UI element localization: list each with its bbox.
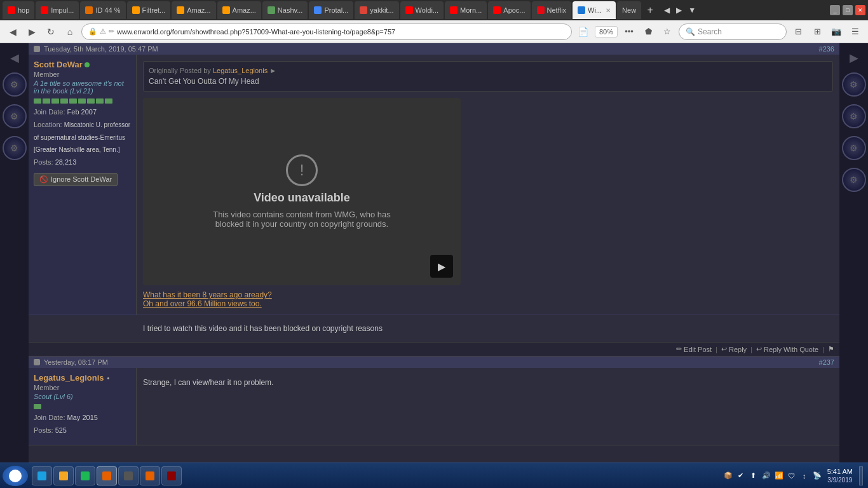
address-bar[interactable]: 🔒 ⚠ ✏ www.enworld.org/forum/showthread.p… [81,24,572,40]
ignore-user-button[interactable]: 🚫 Ignore Scott DeWar [34,173,118,186]
tab-14-active[interactable]: Wi...✕ [573,1,616,19]
bookmark-star[interactable]: ☆ [660,24,675,39]
right-arrow[interactable]: ▶ [847,48,861,67]
post-236-footer: ✏ Edit Post | ↩ Reply | ↩ Reply With Quo… [29,342,839,356]
taskbar-calc[interactable] [118,466,139,485]
taskbar-firefox[interactable] [97,466,117,485]
post-237-id: #237 [819,358,834,366]
pocket-button[interactable]: ⬟ [641,24,656,39]
tab-1[interactable]: hop [3,1,34,19]
reply-with-quote-button[interactable]: ↩ Reply With Quote [756,345,818,353]
tab-new[interactable]: New [617,1,641,19]
url-text: www.enworld.org/forum/showthread.php?517… [117,28,565,36]
post-236-date: Tuesday, 5th March, 2019, 05:47 PM [44,45,158,53]
close-button[interactable]: ✕ [855,5,865,15]
post-236-comment-area: I tried to watch this video and it has b… [29,315,839,342]
time-display: 5:41 AM [827,467,853,476]
user-title-236: A 1e title so awesome it's not in the bo… [34,79,131,95]
security-tray-icon[interactable]: ✔ [736,471,746,481]
tab-scroll-down[interactable]: ▼ [686,4,698,16]
clock[interactable]: 5:41 AM 3/9/2019 [825,467,855,484]
taskbar-explorer[interactable] [53,466,74,485]
tab-3[interactable]: ID 44 % [80,1,125,19]
taskbar-firefox2[interactable] [140,466,160,485]
tab-7[interactable]: Nashv... [262,1,308,19]
post-link-1[interactable]: What has it been 8 years ago aready? [143,290,272,299]
taskbar-poe[interactable] [161,466,182,485]
back-button[interactable]: ◀ [5,24,20,39]
page-content: ◀ ⚙ ⚙ ⚙ Tuesday, 5th March, 2019, 05:47 … [0,43,868,463]
firefox-favicon [102,471,111,480]
quote-header-236: Originally Posted by Legatus_Legionis ► [149,67,827,74]
tab-12[interactable]: Apoc... [488,1,530,19]
tab-4[interactable]: Filtret... [127,1,171,19]
user-rank-237: Member [34,384,131,391]
left-medallion-3: ⚙ [3,136,27,160]
antivirus-icon[interactable]: 🛡 [787,471,797,481]
tab-8[interactable]: Protal... [309,1,353,19]
search-icon: 🔍 [686,27,695,36]
home-button[interactable]: ⌂ [62,24,78,39]
dropbox-icon[interactable]: 📦 [723,471,733,481]
taskbar: 📦 ✔ ⬆ 🔊 📶 🛡 ↕ 📡 5:41 AM 3/9/2019 [0,463,868,488]
post-link-2[interactable]: Oh and over 96.6 Million views too. [143,299,262,308]
left-arrow[interactable]: ◀ [8,48,22,67]
explorer-favicon [59,471,68,480]
tab-9[interactable]: yakkit... [355,1,398,19]
screenshot-button[interactable]: 📷 [829,24,844,39]
tab-5[interactable]: Amaz... [172,1,215,19]
edit-post-button[interactable]: ✏ Edit Post [676,345,712,353]
video-play-button[interactable]: ▶ [430,255,453,278]
report-button[interactable]: ⚑ [828,345,834,353]
left-medallion-2: ⚙ [3,104,27,128]
post-236-content: Originally Posted by Legatus_Legionis ► … [137,55,839,315]
update-icon[interactable]: ⬆ [749,471,759,481]
user-info-237: Legatus_Legionis • Member Scout (Lvl 6) … [29,368,137,445]
post-237: Yesterday, 08:17 PM #237 Legatus_Legioni… [29,356,839,445]
username-237: Legatus_Legionis • [34,373,131,383]
tab-10[interactable]: Woldi... [400,1,444,19]
post-237-header-left: Yesterday, 08:17 PM [34,358,108,366]
tab-2[interactable]: Impul... [36,1,79,19]
user-rank-236: Member [34,71,131,78]
reader-mode-button[interactable]: 📄 [576,24,591,39]
taskbar-music[interactable] [75,466,95,485]
start-button[interactable] [3,466,28,486]
tab-13[interactable]: Netflix [532,1,572,19]
tab-6[interactable]: Amaz... [217,1,261,19]
post-237-content: Strange, I can view/hear it no problem. [137,368,839,445]
signal-icon[interactable]: 📡 [812,471,822,481]
reply-quote-icon: ↩ [756,345,762,353]
user-info-236: Scott DeWar Member A 1e title so awesome… [29,55,137,315]
right-medallion-1: ⚙ [842,72,866,97]
sidebar-toggle[interactable]: ⊞ [810,24,825,39]
search-box[interactable]: 🔍 Search [679,24,787,40]
refresh-button[interactable]: ↻ [43,24,58,39]
tab-scroll-left[interactable]: ◀ [661,4,672,16]
right-medallion-4: ⚙ [842,168,866,192]
tab-11[interactable]: Morn... [445,1,487,19]
poe-favicon [167,471,176,480]
network-icon[interactable]: 📶 [774,471,784,481]
library-button[interactable]: ⊟ [790,24,806,39]
calendar-icon [34,46,40,52]
left-medallion-1: ⚙ [3,72,27,97]
tab-close-active[interactable]: ✕ [606,7,611,14]
volume-icon[interactable]: 🔊 [761,471,771,481]
tab-scroll-right[interactable]: ▶ [674,4,684,16]
right-medallion-3: ⚙ [842,136,866,160]
zoom-level[interactable]: 80% [595,26,618,37]
right-medallion-2: ⚙ [842,104,866,128]
post-236-id: #236 [819,45,834,53]
title-bar: hop Impul... ID 44 % Filtret... Amaz... … [0,0,868,20]
minimize-button[interactable]: _ [830,5,840,15]
reply-button[interactable]: ↩ Reply [721,345,747,353]
show-desktop-button[interactable] [859,466,863,485]
new-tab-button[interactable]: + [642,3,658,18]
menu-button[interactable]: ☰ [848,24,863,39]
sync-icon[interactable]: ↕ [799,471,810,481]
taskbar-ie[interactable] [32,466,52,485]
maximize-button[interactable]: □ [843,5,853,15]
more-options-button[interactable]: ••• [621,24,637,39]
forward-button[interactable]: ▶ [24,24,39,39]
